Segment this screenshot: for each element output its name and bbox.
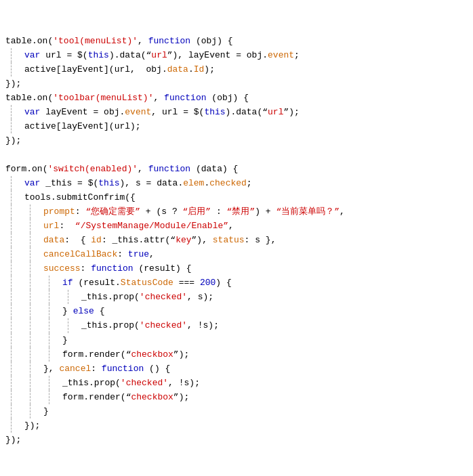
code-line: prompt: “您确定需要” + (s ? “启用” : “禁用”) + “当… [5,204,468,219]
code-line: form.render(“checkbox”); [5,390,468,404]
code-line: _this.prop('checked', !s); [5,376,468,390]
code-line-content: }); [5,135,21,146]
code-line-content: }); [24,420,40,431]
code-line-content: cancelCallBack: true, [43,249,155,259]
code-line-content: active[layEvent](url, obj.data.Id); [24,64,215,74]
code-line: active[layEvent](url, obj.data.Id); [5,62,468,77]
code-content: table.on('tool(menuList)', function (obj… [0,31,473,450]
code-line: } [5,333,468,347]
code-line-content: table.on('toolbar(menuList)', function (… [5,93,249,103]
code-line: }); [5,433,468,447]
code-line-content: } [43,406,49,416]
code-line: }, cancel: function () { [5,362,468,376]
code-line: form.render(“checkbox”); [5,347,468,362]
code-line-content: }); [5,79,21,89]
code-line: form.on('switch(enabled)', function (dat… [5,162,468,176]
code-line-content: tools.submitConfrim({ [24,192,136,202]
code-line: active[layEvent](url); [5,119,468,133]
code-line: if (result.StatusCode === 200) { [5,276,468,290]
code-line-content: _this.prop('checked', !s); [62,378,200,388]
code-line-content: form.render(“checkbox”); [62,392,189,402]
code-line: tools.submitConfrim({ [5,190,468,204]
code-line: success: function (result) { [5,261,468,276]
code-line: }); [5,133,468,148]
code-line-content: }); [5,435,21,445]
code-line: _this.prop('checked', s); [5,290,468,304]
code-line: url: “/SystemManage/Module/Enable”, [5,219,468,233]
code-line: }); [5,77,468,91]
code-line-content: table.on('tool(menuList)', function (obj… [5,36,233,46]
code-line-content: _this.prop('checked', s); [81,292,213,302]
code-line-content: var _this = $(this), s = data.elem.check… [24,178,252,188]
code-line-content: } else { [62,306,104,316]
code-line-content: }, cancel: function () { [43,364,170,374]
code-line: var layEvent = obj.event, url = $(this).… [5,105,468,119]
code-line: var _this = $(this), s = data.elem.check… [5,176,468,190]
code-line-content: success: function (result) { [43,263,192,274]
code-line: _this.prop('checked', !s); [5,318,468,332]
code-line [5,148,468,162]
code-line-content: data: { id: _this.attr(“key”), status: s… [43,235,276,245]
code-line-content: } [62,335,68,345]
code-line-content: active[layEvent](url); [24,121,141,131]
code-line-content: if (result.StatusCode === 200) { [62,278,232,288]
code-line: }); [5,418,468,433]
code-editor: table.on('tool(menuList)', function (obj… [0,0,473,467]
code-line-content: var layEvent = obj.event, url = $(this).… [24,107,300,117]
code-line-content: var url = $(this).data(“url”), layEvent … [24,50,300,60]
code-line: } [5,404,468,418]
code-line: table.on('toolbar(menuList)', function (… [5,91,468,105]
code-line: table.on('tool(menuList)', function (obj… [5,34,468,48]
code-line-content: url: “/SystemManage/Module/Enable”, [43,221,234,231]
code-line-content: _this.prop('checked', !s); [81,320,219,330]
code-line-content: form.render(“checkbox”); [62,349,189,360]
code-line: cancelCallBack: true, [5,247,468,261]
code-line: data: { id: _this.attr(“key”), status: s… [5,233,468,247]
code-line-content: form.on('switch(enabled)', function (dat… [5,164,238,174]
code-line: var url = $(this).data(“url”), layEvent … [5,48,468,62]
code-line-content: prompt: “您确定需要” + (s ? “启用” : “禁用”) + “当… [43,207,345,217]
code-line: } else { [5,304,468,318]
